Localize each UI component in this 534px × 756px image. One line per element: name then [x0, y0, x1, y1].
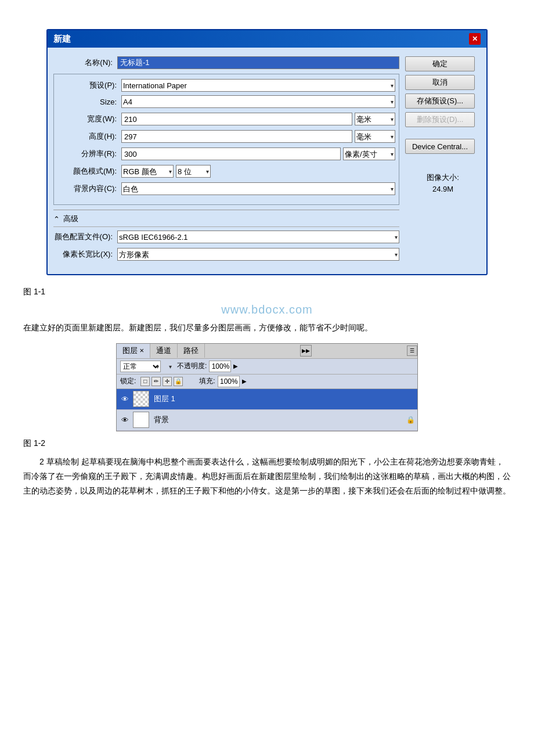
lock-all-icon[interactable]: 🔒: [174, 377, 183, 386]
color-mode-wrapper: RGB 颜色: [121, 165, 174, 178]
dialog-body: 名称(N): 无标题-1 预设(P): International Paper: [48, 48, 486, 274]
layer-item-1[interactable]: 👁 图层 1: [117, 389, 417, 410]
device-central-button[interactable]: Device Central...: [405, 139, 475, 154]
cancel-button[interactable]: 取消: [405, 75, 475, 90]
height-row: 高度(H): 毫米: [57, 130, 395, 143]
lock-paint-icon[interactable]: ✏: [151, 377, 161, 386]
body-text-1: 在建立好的页面里新建图层。新建图层，我们尽量多分图层画画，方便修改，能节省不少时…: [23, 321, 511, 335]
dialog-sidebar: 确定 取消 存储预设(S)... 删除预设(D)... Device Centr…: [405, 56, 481, 265]
new-dialog: 新建 ✕ 名称(N): 无标题-1 预设(P): Intern: [46, 29, 488, 275]
fill-label: 填充:: [199, 376, 215, 386]
fill-input[interactable]: [218, 376, 240, 387]
width-unit-wrapper: 毫米: [355, 113, 395, 125]
tab-paths[interactable]: 路径: [178, 344, 205, 358]
preset-select-wrapper: International Paper: [121, 79, 395, 92]
lock-transparent-icon[interactable]: □: [140, 377, 150, 386]
pixel-ratio-select[interactable]: 方形像素: [117, 248, 399, 261]
height-label: 高度(H):: [57, 131, 121, 142]
layer-thumbnail-bg: [133, 412, 149, 428]
preset-row: 预设(P): International Paper: [57, 79, 395, 92]
preset-section: 预设(P): International Paper Size: A4: [53, 74, 399, 205]
advanced-toggle-icon: ⌃: [53, 215, 60, 224]
image-size-area: 图像大小: 24.9M: [405, 163, 481, 193]
fill-arrow: ▶: [242, 378, 247, 384]
size-select-wrapper: A4: [121, 95, 395, 108]
figure2-caption: 图 1-2: [23, 438, 511, 449]
image-size-label: 图像大小:: [405, 172, 481, 183]
opacity-input[interactable]: [209, 361, 231, 372]
resolution-label: 分辨率(R):: [57, 149, 121, 159]
name-label: 名称(N):: [53, 57, 117, 68]
background-select[interactable]: 白色: [121, 182, 395, 195]
lock-move-icon[interactable]: ✛: [163, 377, 172, 386]
mode-select-wrapper: 正常: [120, 361, 161, 372]
dialog-title: 新建: [53, 34, 71, 45]
opacity-label: 不透明度:: [177, 361, 207, 371]
dialog-main-form: 名称(N): 无标题-1 预设(P): International Paper: [53, 56, 399, 265]
color-bits-wrapper: 8 位: [176, 165, 211, 178]
preset-select[interactable]: International Paper: [121, 79, 395, 92]
resolution-unit-wrapper: 像素/英寸: [343, 147, 395, 160]
opacity-row: 不透明度: ▶: [177, 361, 238, 372]
opacity-arrow: ▶: [233, 363, 238, 369]
color-profile-label: 颜色配置文件(O):: [53, 232, 117, 242]
size-row: Size: A4: [57, 95, 395, 108]
save-preset-button[interactable]: 存储预设(S)...: [405, 93, 475, 109]
layers-list: 👁 图层 1 👁 背景 🔒: [117, 389, 417, 431]
figure1-caption: 图 1-1: [23, 287, 511, 297]
width-input[interactable]: [121, 113, 352, 125]
delete-preset-button[interactable]: 删除预设(D)...: [405, 112, 475, 127]
preset-label: 预设(P):: [57, 80, 121, 91]
height-unit-wrapper: 毫米: [355, 130, 395, 143]
name-row: 名称(N): 无标题-1: [53, 56, 399, 69]
color-mode-row: 颜色模式(M): RGB 颜色 8 位: [57, 165, 395, 178]
image-size-value: 24.9M: [405, 185, 481, 193]
lock-icons: □ ✏ ✛ 🔒: [140, 377, 183, 386]
color-profile-select[interactable]: sRGB IEC61966-2.1: [117, 231, 399, 243]
blend-mode-select[interactable]: 正常: [120, 361, 161, 372]
layers-mode-opacity-row: 正常 不透明度: ▶: [117, 359, 417, 375]
height-input[interactable]: [121, 130, 352, 143]
advanced-toggle[interactable]: ⌃ 高级: [53, 214, 399, 224]
lock-label: 锁定:: [120, 376, 136, 386]
body-text-2: 2 草稿绘制 起草稿要现在脑海中构思整个画面要表达什么，这幅画想要绘制成明媚的阳…: [23, 455, 511, 499]
close-button[interactable]: ✕: [469, 33, 481, 45]
background-wrapper: 白色: [121, 182, 395, 195]
size-label: Size:: [57, 98, 121, 106]
lock-row: 锁定: □ ✏ ✛ 🔒 填充: ▶: [117, 375, 417, 389]
layer-name-1: 图层 1: [151, 394, 415, 404]
pixel-ratio-wrapper: 方形像素: [117, 248, 399, 261]
advanced-label: 高级: [63, 214, 78, 224]
dialog-titlebar: 新建 ✕: [48, 30, 486, 48]
layer-eye-bg[interactable]: 👁: [119, 414, 131, 426]
resolution-row: 分辨率(R): 像素/英寸: [57, 147, 395, 160]
color-profile-row: 颜色配置文件(O): sRGB IEC61966-2.1: [53, 231, 399, 243]
layer-name-bg: 背景: [151, 415, 403, 425]
layer-lock-icon: 🔒: [406, 415, 415, 424]
height-unit-select[interactable]: 毫米: [355, 130, 395, 143]
watermark: www.bdocx.com: [23, 303, 511, 316]
dialog-wrapper: 新建 ✕ 名称(N): 无标题-1 预设(P): Intern: [46, 29, 488, 275]
name-input[interactable]: 无标题-1: [117, 56, 399, 69]
color-profile-wrapper: sRGB IEC61966-2.1: [117, 231, 399, 243]
width-unit-select[interactable]: 毫米: [355, 113, 395, 125]
tab-channels[interactable]: 通道: [150, 344, 178, 358]
width-row: 宽度(W): 毫米: [57, 113, 395, 125]
color-mode-select[interactable]: RGB 颜色: [121, 165, 174, 178]
layer-eye-1[interactable]: 👁: [119, 393, 131, 405]
color-bits-select[interactable]: 8 位: [176, 165, 211, 178]
resolution-unit-select[interactable]: 像素/英寸: [343, 147, 395, 160]
layer-item-bg[interactable]: 👁 背景 🔒: [117, 410, 417, 431]
panel-more-button[interactable]: ▶▶: [300, 345, 312, 357]
tab-layers[interactable]: 图层 ×: [117, 344, 150, 358]
fill-row: 填充: ▶: [199, 376, 246, 387]
panel-options-button[interactable]: ☰: [407, 345, 417, 356]
width-label: 宽度(W):: [57, 114, 121, 124]
ok-button[interactable]: 确定: [405, 56, 475, 71]
resolution-input[interactable]: [121, 147, 341, 160]
advanced-section: ⌃ 高级: [53, 210, 399, 227]
layers-tabs-row: 图层 × 通道 路径 ▶▶ ☰: [117, 344, 417, 359]
background-row: 背景内容(C): 白色: [57, 182, 395, 195]
size-select[interactable]: A4: [121, 95, 395, 108]
layers-panel: 图层 × 通道 路径 ▶▶ ☰ 正常 不透明度: ▶ 锁定: □ ✏ ✛ 🔒 填…: [116, 343, 418, 431]
